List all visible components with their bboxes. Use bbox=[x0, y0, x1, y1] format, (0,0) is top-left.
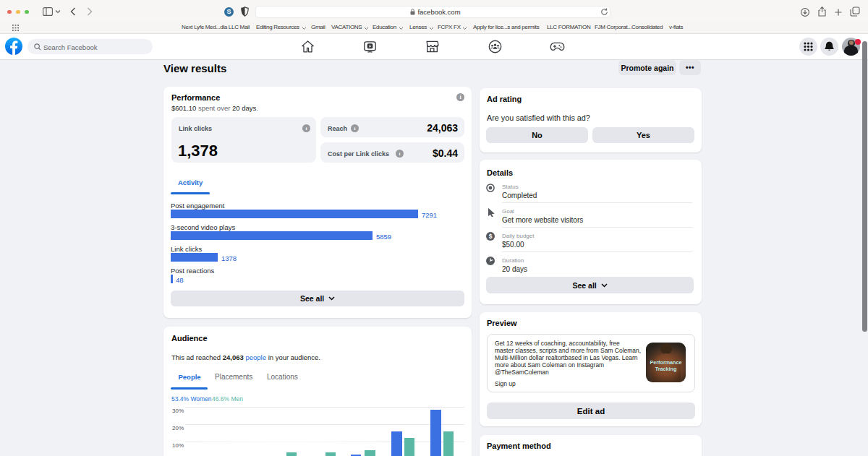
svg-text:$: $ bbox=[489, 233, 493, 240]
